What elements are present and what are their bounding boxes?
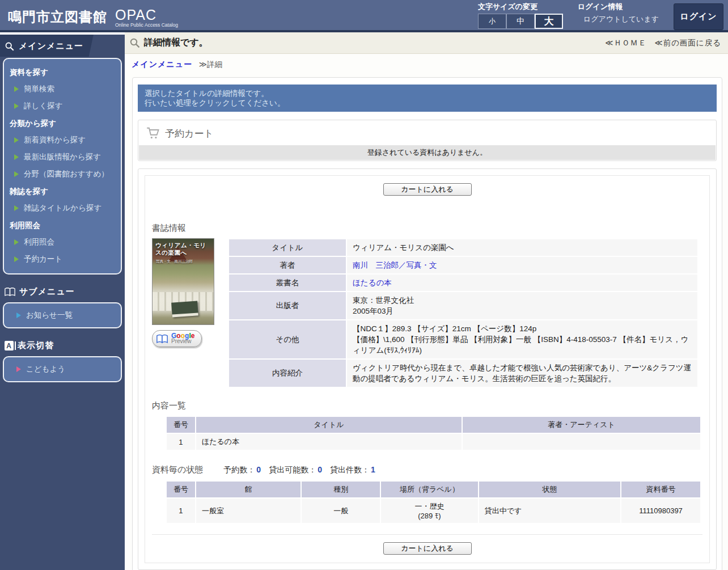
chevron-right-icon [14, 103, 19, 109]
google-preview-button[interactable]: Google Preview [152, 330, 202, 347]
sidebar-item-reservation-cart[interactable]: 予約カート [7, 251, 117, 268]
row-label: 叢書名 [228, 274, 346, 292]
cover-subtitle-text: 写真・文 南川三治郎 [156, 259, 193, 264]
display-switch-title: 表示切替 [18, 340, 54, 351]
cart-icon [145, 126, 160, 141]
notice-list-box: お知らせ一覧 [3, 302, 122, 328]
add-to-cart-button-top[interactable]: カートに入れる [383, 183, 472, 196]
col-hall: 館 [196, 481, 302, 498]
cell-number: 1 [166, 498, 196, 523]
col-number: 番号 [166, 481, 196, 498]
status-summary: 資料毎の状態 予約数：0 貸出可能数：0 貸出件数：1 [152, 465, 702, 475]
sidebar-item-advanced-search[interactable]: 詳しく探す [7, 98, 117, 115]
sidebar-item-genre-recommend[interactable]: 分野（図書館おすすめ） [7, 166, 117, 183]
book-cover-image: ウィリアム・モリスの楽園へ 写真・文 南川三治郎 [152, 238, 214, 325]
biblio-detail-table: タイトル ウィリアム・モリスの楽園へ 著者 南川 三治郎／写真・文 叢書名 ほた… [228, 238, 699, 388]
font-size-label: 文字サイズの変更 [478, 2, 563, 12]
available-count: 0 [318, 465, 322, 474]
biblio-section-title: 書誌情報 [152, 223, 702, 234]
contents-section-title: 内容一覧 [152, 400, 702, 411]
cell-material-id: 11110980397 [621, 498, 701, 523]
table-row: 叢書名 ほたるの本 [228, 274, 698, 292]
display-switch-icon: A [5, 341, 14, 351]
row-label: その他 [228, 320, 346, 359]
font-size-large-button[interactable]: 大 [535, 14, 563, 29]
col-number: 番号 [166, 416, 196, 433]
menu-section-materials: 資料を探す [7, 64, 117, 81]
sidebar-item-simple-search[interactable]: 簡単検索 [7, 81, 117, 98]
sidebar-item-user-inquiry[interactable]: 利用照会 [7, 234, 117, 251]
back-link[interactable]: ≪前の画面に戻る [654, 38, 721, 48]
chevron-right-icon [14, 154, 19, 160]
sidebar-item-notice-list[interactable]: お知らせ一覧 [10, 307, 74, 324]
header-controls: 文字サイズの変更 小 中 大 ログイン情報 ログアウトしています ログイン [478, 2, 723, 30]
home-link[interactable]: ≪ＨＯＭＥ [605, 38, 646, 48]
search-icon [5, 41, 15, 52]
sidebar-item-kids-mode[interactable]: こどもよう [10, 361, 66, 378]
font-size-medium-button[interactable]: 中 [506, 14, 535, 29]
title-links: ≪ＨＯＭＥ ≪前の画面に戻る [605, 38, 721, 48]
cell-state: 貸出中です [479, 498, 621, 523]
detail-inner-box: カートに入れる 書誌情報 ウィリアム・モリスの楽園へ 写真・文 南川三治郎 [145, 175, 710, 563]
add-to-cart-button-bottom[interactable]: カートに入れる [383, 542, 472, 555]
open-book-icon [156, 334, 168, 344]
breadcrumb: メインメニュー ≫詳細 [125, 54, 728, 72]
chevron-right-icon [14, 256, 19, 262]
open-book-icon [5, 288, 15, 297]
status-table: 番号 館 種別 場所（背ラベル） 状態 資料番号 1 一般室 一般 [166, 480, 701, 524]
google-preview-label: Google Preview [171, 333, 194, 344]
sidebar-item-new-arrivals[interactable]: 新着資料から探す [7, 132, 117, 149]
chevron-right-icon [16, 313, 21, 318]
cart-empty-message: 登録されている資料はありません。 [139, 145, 716, 160]
cell-type: 一般 [301, 498, 380, 523]
status-section-title: 資料毎の状態 [152, 465, 203, 475]
reserve-count: 0 [256, 465, 261, 474]
cell-number: 1 [166, 433, 196, 450]
detail-panel: カートに入れる 書誌情報 ウィリアム・モリスの楽園へ 写真・文 南川三治郎 [138, 168, 717, 570]
col-state: 状態 [479, 481, 621, 498]
row-label: タイトル [228, 239, 346, 256]
sidebar-item-latest-publications[interactable]: 最新出版情報から探す [7, 149, 117, 166]
col-place: 場所（背ラベル） [380, 481, 479, 498]
cover-book-shape [171, 301, 198, 317]
menu-section-magazines: 雑誌を探す [7, 183, 117, 200]
chevron-right-icon [14, 86, 19, 92]
page-title-bar: 詳細情報です。 ≪ＨＯＭＥ ≪前の画面に戻る [125, 32, 728, 54]
menu-section-user-inquiry: 利用照会 [7, 217, 117, 234]
col-title: タイトル [196, 416, 462, 433]
breadcrumb-main-menu-link[interactable]: メインメニュー [132, 60, 192, 69]
author-link[interactable]: 南川 三治郎／写真・文 [346, 256, 698, 274]
table-row: 出版者 東京：世界文化社 2005年03月 [228, 292, 698, 320]
font-size-small-button[interactable]: 小 [478, 14, 506, 29]
misc-value: 【NDC１】289.3 【サイズ】21cm 【ページ数】124p 【価格】\1,… [346, 320, 698, 359]
top-button-row: カートに入れる [152, 178, 702, 199]
sidebar-item-magazine-title[interactable]: 雑誌タイトルから探す [7, 200, 117, 217]
breadcrumb-current: ≫詳細 [199, 60, 222, 69]
biblio-area: ウィリアム・モリスの楽園へ 写真・文 南川三治郎 Google Preview [152, 238, 702, 388]
chevron-right-icon [14, 239, 19, 245]
table-header-row: 番号 館 種別 場所（背ラベル） 状態 資料番号 [166, 481, 701, 498]
main-content: 詳細情報です。 ≪ＨＯＭＥ ≪前の画面に戻る メインメニュー ≫詳細 選択したタ… [125, 32, 728, 570]
cart-title: 予約カート [165, 127, 214, 140]
title-value: ウィリアム・モリスの楽園へ [346, 239, 698, 256]
series-link[interactable]: ほたるの本 [346, 274, 698, 292]
login-status-text: ログアウトしています [578, 14, 659, 24]
menu-section-classification: 分類から探す [7, 115, 117, 132]
row-label: 出版者 [228, 292, 346, 320]
kids-mode-box: こどもよう [3, 356, 122, 382]
table-row: 著者 南川 三治郎／写真・文 [228, 256, 698, 274]
cover-title-text: ウィリアム・モリスの楽園へ [155, 242, 212, 256]
search-icon [129, 37, 141, 49]
main-menu-box: 資料を探す 簡単検索 詳しく探す 分類から探す 新着資料から探す 最新出版情報か… [3, 58, 122, 275]
chevron-right-icon [14, 171, 19, 177]
table-row: その他 【NDC１】289.3 【サイズ】21cm 【ページ数】124p 【価格… [228, 320, 698, 359]
cell-hall: 一般室 [196, 498, 302, 523]
table-row: 1 一般室 一般 一・歴史(289 ﾓ) 貸出中です 11110980397 [166, 498, 701, 523]
cover-column: ウィリアム・モリスの楽園へ 写真・文 南川三治郎 Google Preview [152, 238, 215, 388]
bottom-button-row: カートに入れる [152, 534, 702, 563]
login-info-label: ログイン情報 [578, 2, 659, 12]
login-button[interactable]: ログイン [674, 3, 723, 30]
reservation-cart-panel: 予約カート 登録されている資料はありません。 [138, 120, 717, 161]
notice-line2: 行いたい処理をクリックしてください。 [145, 98, 710, 108]
col-type: 種別 [301, 481, 380, 498]
